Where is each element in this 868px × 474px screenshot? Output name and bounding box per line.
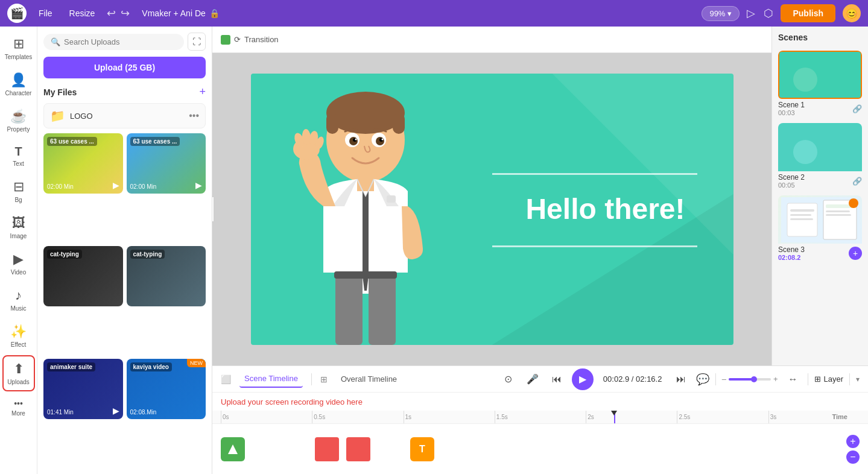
sidebar-item-property[interactable]: ☕ Property xyxy=(2,104,35,137)
zoom-controls: + − xyxy=(846,435,860,464)
skip-back-button[interactable]: ⏮ xyxy=(548,370,566,388)
speech-bubble-button[interactable]: 💬 xyxy=(696,373,709,386)
media-item-3[interactable]: cat-typing xyxy=(127,246,206,306)
svg-rect-35 xyxy=(826,210,850,212)
svg-rect-31 xyxy=(790,214,811,216)
publish-button[interactable]: Publish xyxy=(781,4,835,22)
play-button[interactable]: ▶ xyxy=(572,368,594,390)
overall-timeline-tab[interactable]: Overall Timeline xyxy=(336,371,402,387)
scene-3-add-button[interactable]: + xyxy=(849,247,862,260)
scene-item-3[interactable]: Scene 3 02:08.2 + xyxy=(778,195,862,263)
media-item-5[interactable]: NEW kaviya video 02:08.Min xyxy=(127,359,206,419)
volume-minus-icon[interactable]: – xyxy=(722,374,726,384)
sidebar-item-templates[interactable]: ⊞ Templates xyxy=(2,31,35,65)
canvas-frame[interactable]: Hello there! xyxy=(251,74,733,345)
volume-slider[interactable] xyxy=(729,378,771,381)
ruler-marks: 0s 0.5s 1s 1.5s 2s 2.5s 3s Time xyxy=(221,411,860,424)
share-icon[interactable]: ⬡ xyxy=(764,7,773,20)
sidebar-item-character[interactable]: 👤 Character xyxy=(2,68,35,101)
timeline-zoom-minus-button[interactable]: − xyxy=(846,450,860,464)
scene-2-info: Scene 2 00:05 🔗 xyxy=(778,171,862,191)
media-item-1[interactable]: 63 use cases ... 02:00 Min ▶ xyxy=(127,133,206,194)
svg-rect-24 xyxy=(781,52,860,98)
transition-icon: ⟳ xyxy=(234,35,241,44)
app-logo[interactable]: 🎬 xyxy=(7,4,27,23)
media-item-4[interactable]: animaker suite 01:41 Min ▶ xyxy=(43,359,123,419)
scenes-title: Scenes xyxy=(778,33,862,46)
layer-button[interactable]: ⊞ Layer xyxy=(814,374,843,384)
effect-icon: ✨ xyxy=(10,324,27,340)
canvas-wrapper: Hello there! ‹ xyxy=(212,53,771,365)
character-icon: 👤 xyxy=(10,72,27,88)
add-folder-button[interactable]: + xyxy=(199,86,206,98)
media-item-2[interactable]: cat-typing xyxy=(43,246,123,306)
scene-item-1[interactable]: Scene 1 00:03 🔗 xyxy=(778,51,862,118)
scene-item-2[interactable]: Scene 2 00:05 🔗 xyxy=(778,123,862,191)
timeline-zoom-plus-button[interactable]: + xyxy=(846,435,860,448)
media-grid: 63 use cases ... 02:00 Min ▶ 63 use case… xyxy=(43,133,206,468)
scene-timeline-tab[interactable]: Scene Timeline xyxy=(239,370,303,388)
sidebar-item-text[interactable]: T Text xyxy=(2,140,35,172)
microphone-button[interactable]: 🎤 xyxy=(524,370,542,388)
scene-1-link-icon[interactable]: 🔗 xyxy=(852,104,862,113)
upload-notice: Upload your screen recording video here xyxy=(212,393,868,411)
track-element-red2[interactable] xyxy=(346,437,370,461)
timeline-expand-icon[interactable]: ▾ xyxy=(856,375,860,384)
volume-plus-icon[interactable]: + xyxy=(773,374,778,384)
sidebar-item-bg[interactable]: ⊟ Bg xyxy=(2,174,35,208)
media-label-1: 63 use cases ... xyxy=(130,137,180,146)
sidebar-item-bg-label: Bg xyxy=(14,197,22,203)
resize-menu[interactable]: Resize xyxy=(65,6,100,21)
zoom-control[interactable]: 99% ▾ xyxy=(702,6,740,21)
sidebar-item-text-label: Text xyxy=(13,160,24,167)
track-element-text-t[interactable]: T xyxy=(410,437,434,461)
sidebar-item-image[interactable]: 🖼 Image xyxy=(2,210,35,244)
bg-icon: ⊟ xyxy=(13,179,24,195)
scene-2-name: Scene 2 xyxy=(778,173,805,182)
sidebar-item-music[interactable]: ♪ Music xyxy=(2,283,35,317)
uploads-panel: 🔍 ⛶ Upload (25 GB) My Files + 📁 LOGO •••… xyxy=(37,27,212,474)
timeline-controls: ⊙ 🎤 ⏮ ▶ 00:02.9 / 02:16.2 ⏭ 💬 – xyxy=(499,368,860,390)
undo-icon[interactable]: ↩ xyxy=(107,7,116,20)
sidebar-item-video[interactable]: ▶ Video xyxy=(2,247,35,280)
face-track-button[interactable]: ⊙ xyxy=(499,370,518,388)
expand-search-button[interactable]: ⛶ xyxy=(188,33,206,51)
sidebar-item-more[interactable]: ••• More xyxy=(2,394,35,422)
ruler-mark-5: 2.5s xyxy=(677,411,768,424)
transition-indicator[interactable]: ⟳ Transition xyxy=(221,35,279,45)
file-menu[interactable]: File xyxy=(34,6,57,21)
track-element-red1[interactable] xyxy=(315,437,339,461)
scene-2-link-icon[interactable]: 🔗 xyxy=(852,177,862,186)
redo-icon[interactable]: ↪ xyxy=(121,7,130,20)
svg-rect-21 xyxy=(369,273,396,345)
upload-button[interactable]: Upload (25 GB) xyxy=(43,57,206,78)
folder-icon: 📁 xyxy=(50,109,65,123)
track-element-triangle[interactable] xyxy=(221,437,245,461)
collapse-panel-button[interactable]: ‹ xyxy=(212,197,214,221)
media-play-icon-1: ▶ xyxy=(195,180,202,190)
sidebar-item-uploads-label: Uploads xyxy=(7,379,30,385)
folder-more-icon[interactable]: ••• xyxy=(189,110,199,121)
hello-text[interactable]: Hello there! xyxy=(525,192,685,227)
skip-forward-button[interactable]: ⏭ xyxy=(672,370,690,388)
scene-2-time: 00:05 xyxy=(778,182,805,189)
current-time: 00:02.9 xyxy=(603,374,629,384)
avatar[interactable]: 😊 xyxy=(843,4,861,22)
svg-point-10 xyxy=(355,139,356,141)
lock-icon[interactable]: 🔒 xyxy=(209,8,220,18)
logo-folder[interactable]: 📁 LOGO ••• xyxy=(43,103,206,128)
svg-rect-2 xyxy=(326,113,338,134)
preview-play-icon[interactable]: ▷ xyxy=(747,7,755,20)
sidebar-item-effect[interactable]: ✨ Effect xyxy=(2,319,35,353)
search-input[interactable] xyxy=(64,37,177,46)
playhead[interactable] xyxy=(614,411,615,423)
media-item-0[interactable]: 63 use cases ... 02:00 Min ▶ xyxy=(43,133,123,194)
timeline-divider xyxy=(311,373,312,385)
svg-point-27 xyxy=(793,140,817,164)
upload-notice-text: Upload your screen recording video here xyxy=(221,397,363,406)
timeline-divider-2 xyxy=(715,373,716,385)
volume-fill xyxy=(729,378,754,381)
fit-to-screen-button[interactable]: ↔ xyxy=(784,370,802,388)
sidebar-item-uploads[interactable]: ⬆ Uploads xyxy=(2,355,35,391)
timeline-tracks: T + − xyxy=(212,424,868,474)
